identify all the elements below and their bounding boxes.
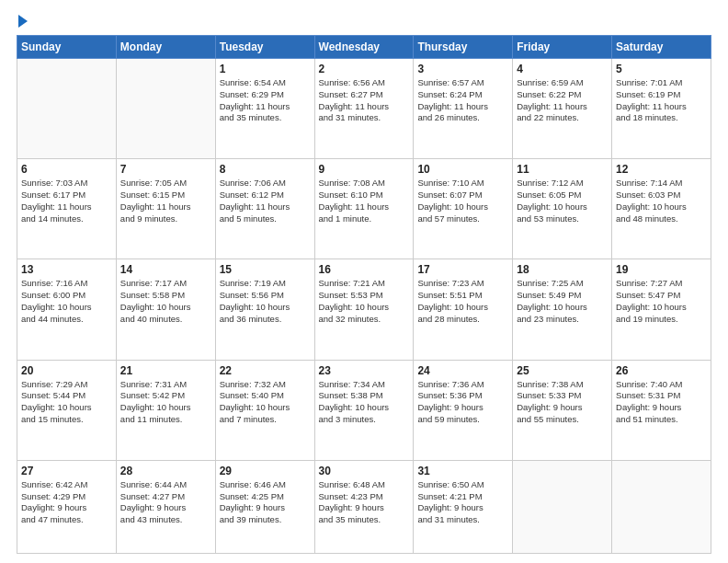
calendar-cell: 23Sunrise: 7:34 AM Sunset: 5:38 PM Dayli… [314, 360, 414, 460]
day-number: 31 [417, 465, 508, 477]
day-number: 3 [417, 63, 508, 75]
calendar-cell: 16Sunrise: 7:21 AM Sunset: 5:53 PM Dayli… [314, 259, 414, 360]
cell-content: Sunrise: 7:08 AM Sunset: 6:10 PM Dayligh… [319, 178, 410, 224]
logo-arrow-icon [18, 15, 28, 28]
calendar-cell: 4Sunrise: 6:59 AM Sunset: 6:22 PM Daylig… [513, 59, 612, 159]
header [17, 17, 711, 28]
page: SundayMondayTuesdayWednesdayThursdayFrid… [0, 0, 728, 563]
calendar-header-row: SundayMondayTuesdayWednesdayThursdayFrid… [17, 36, 711, 59]
cell-content: Sunrise: 7:16 AM Sunset: 6:00 PM Dayligh… [21, 278, 112, 325]
calendar-header-wednesday: Wednesday [314, 36, 414, 59]
cell-content: Sunrise: 7:31 AM Sunset: 5:42 PM Dayligh… [120, 379, 211, 426]
cell-content: Sunrise: 7:32 AM Sunset: 5:40 PM Dayligh… [220, 379, 311, 426]
calendar-cell: 28Sunrise: 6:44 AM Sunset: 4:27 PM Dayli… [116, 460, 215, 553]
cell-content: Sunrise: 6:44 AM Sunset: 4:27 PM Dayligh… [120, 479, 211, 526]
day-number: 15 [220, 263, 311, 276]
calendar-cell: 30Sunrise: 6:48 AM Sunset: 4:23 PM Dayli… [314, 460, 414, 553]
cell-content: Sunrise: 7:34 AM Sunset: 5:38 PM Dayligh… [319, 379, 410, 426]
calendar-header-monday: Monday [116, 36, 215, 59]
day-number: 11 [517, 163, 608, 176]
day-number: 4 [517, 63, 608, 75]
calendar-cell: 14Sunrise: 7:17 AM Sunset: 5:58 PM Dayli… [116, 259, 215, 360]
cell-content: Sunrise: 7:27 AM Sunset: 5:47 PM Dayligh… [616, 278, 707, 325]
calendar-week-row: 6Sunrise: 7:03 AM Sunset: 6:17 PM Daylig… [17, 159, 711, 259]
calendar-cell: 5Sunrise: 7:01 AM Sunset: 6:19 PM Daylig… [612, 59, 711, 159]
calendar-header-thursday: Thursday [414, 36, 513, 59]
day-number: 27 [21, 465, 112, 477]
calendar-cell: 20Sunrise: 7:29 AM Sunset: 5:44 PM Dayli… [17, 360, 117, 460]
cell-content: Sunrise: 6:56 AM Sunset: 6:27 PM Dayligh… [319, 77, 410, 124]
cell-content: Sunrise: 6:54 AM Sunset: 6:29 PM Dayligh… [220, 77, 311, 124]
cell-content: Sunrise: 7:25 AM Sunset: 5:49 PM Dayligh… [517, 278, 608, 325]
day-number: 21 [120, 364, 211, 377]
cell-content: Sunrise: 7:03 AM Sunset: 6:17 PM Dayligh… [21, 178, 112, 224]
day-number: 7 [120, 163, 211, 176]
calendar-cell: 26Sunrise: 7:40 AM Sunset: 5:31 PM Dayli… [612, 360, 711, 460]
calendar-header-sunday: Sunday [17, 36, 117, 59]
day-number: 2 [319, 63, 410, 75]
cell-content: Sunrise: 7:23 AM Sunset: 5:51 PM Dayligh… [417, 278, 508, 325]
cell-content: Sunrise: 7:12 AM Sunset: 6:05 PM Dayligh… [517, 178, 608, 224]
calendar-cell: 31Sunrise: 6:50 AM Sunset: 4:21 PM Dayli… [414, 460, 513, 553]
cell-content: Sunrise: 6:48 AM Sunset: 4:23 PM Dayligh… [319, 479, 410, 526]
day-number: 23 [319, 364, 410, 377]
calendar-cell: 3Sunrise: 6:57 AM Sunset: 6:24 PM Daylig… [414, 59, 513, 159]
calendar-cell: 2Sunrise: 6:56 AM Sunset: 6:27 PM Daylig… [314, 59, 414, 159]
cell-content: Sunrise: 7:36 AM Sunset: 5:36 PM Dayligh… [417, 379, 508, 426]
day-number: 5 [616, 63, 707, 75]
calendar-cell: 12Sunrise: 7:14 AM Sunset: 6:03 PM Dayli… [612, 159, 711, 259]
day-number: 9 [319, 163, 410, 176]
cell-content: Sunrise: 7:19 AM Sunset: 5:56 PM Dayligh… [220, 278, 311, 325]
calendar-cell: 25Sunrise: 7:38 AM Sunset: 5:33 PM Dayli… [513, 360, 612, 460]
day-number: 13 [21, 263, 112, 276]
calendar-cell [17, 59, 117, 159]
cell-content: Sunrise: 7:38 AM Sunset: 5:33 PM Dayligh… [517, 379, 608, 426]
day-number: 29 [220, 465, 311, 477]
calendar-cell: 24Sunrise: 7:36 AM Sunset: 5:36 PM Dayli… [414, 360, 513, 460]
calendar-header-friday: Friday [513, 36, 612, 59]
calendar-cell: 15Sunrise: 7:19 AM Sunset: 5:56 PM Dayli… [215, 259, 314, 360]
calendar-week-row: 27Sunrise: 6:42 AM Sunset: 4:29 PM Dayli… [17, 460, 711, 553]
calendar-cell [513, 460, 612, 553]
day-number: 10 [417, 163, 508, 176]
calendar-cell: 27Sunrise: 6:42 AM Sunset: 4:29 PM Dayli… [17, 460, 117, 553]
cell-content: Sunrise: 7:06 AM Sunset: 6:12 PM Dayligh… [220, 178, 311, 224]
calendar-header-tuesday: Tuesday [215, 36, 314, 59]
day-number: 8 [220, 163, 311, 176]
calendar-cell: 1Sunrise: 6:54 AM Sunset: 6:29 PM Daylig… [215, 59, 314, 159]
cell-content: Sunrise: 7:29 AM Sunset: 5:44 PM Dayligh… [21, 379, 112, 426]
cell-content: Sunrise: 7:40 AM Sunset: 5:31 PM Dayligh… [616, 379, 707, 426]
calendar-cell [612, 460, 711, 553]
day-number: 24 [417, 364, 508, 377]
logo [17, 17, 28, 28]
day-number: 26 [616, 364, 707, 377]
cell-content: Sunrise: 7:14 AM Sunset: 6:03 PM Dayligh… [616, 178, 707, 224]
day-number: 16 [319, 263, 410, 276]
day-number: 17 [417, 263, 508, 276]
calendar-cell: 19Sunrise: 7:27 AM Sunset: 5:47 PM Dayli… [612, 259, 711, 360]
day-number: 19 [616, 263, 707, 276]
calendar-cell: 21Sunrise: 7:31 AM Sunset: 5:42 PM Dayli… [116, 360, 215, 460]
calendar-cell: 29Sunrise: 6:46 AM Sunset: 4:25 PM Dayli… [215, 460, 314, 553]
calendar-cell: 7Sunrise: 7:05 AM Sunset: 6:15 PM Daylig… [116, 159, 215, 259]
calendar-week-row: 13Sunrise: 7:16 AM Sunset: 6:00 PM Dayli… [17, 259, 711, 360]
cell-content: Sunrise: 6:50 AM Sunset: 4:21 PM Dayligh… [417, 479, 508, 526]
cell-content: Sunrise: 6:42 AM Sunset: 4:29 PM Dayligh… [21, 479, 112, 526]
calendar-cell: 10Sunrise: 7:10 AM Sunset: 6:07 PM Dayli… [414, 159, 513, 259]
cell-content: Sunrise: 7:05 AM Sunset: 6:15 PM Dayligh… [120, 178, 211, 224]
day-number: 25 [517, 364, 608, 377]
calendar-cell: 17Sunrise: 7:23 AM Sunset: 5:51 PM Dayli… [414, 259, 513, 360]
day-number: 12 [616, 163, 707, 176]
calendar-cell: 13Sunrise: 7:16 AM Sunset: 6:00 PM Dayli… [17, 259, 117, 360]
day-number: 18 [517, 263, 608, 276]
calendar-table: SundayMondayTuesdayWednesdayThursdayFrid… [17, 35, 711, 554]
cell-content: Sunrise: 7:01 AM Sunset: 6:19 PM Dayligh… [616, 77, 707, 124]
calendar-header-saturday: Saturday [612, 36, 711, 59]
day-number: 14 [120, 263, 211, 276]
cell-content: Sunrise: 6:59 AM Sunset: 6:22 PM Dayligh… [517, 77, 608, 124]
cell-content: Sunrise: 6:46 AM Sunset: 4:25 PM Dayligh… [220, 479, 311, 526]
day-number: 1 [220, 63, 311, 75]
calendar-cell: 8Sunrise: 7:06 AM Sunset: 6:12 PM Daylig… [215, 159, 314, 259]
calendar-week-row: 20Sunrise: 7:29 AM Sunset: 5:44 PM Dayli… [17, 360, 711, 460]
cell-content: Sunrise: 6:57 AM Sunset: 6:24 PM Dayligh… [417, 77, 508, 124]
